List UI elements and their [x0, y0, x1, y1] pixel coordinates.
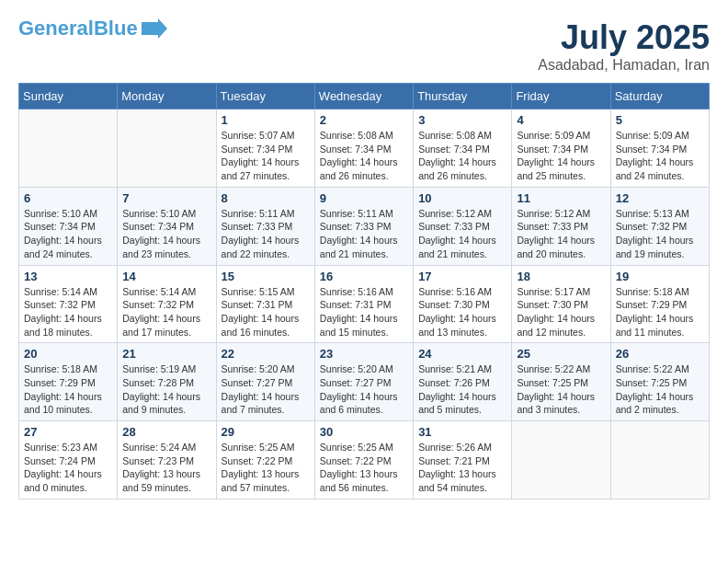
calendar-cell: 4 Sunrise: 5:09 AM Sunset: 7:34 PM Dayli…: [512, 109, 610, 188]
daylight: Daylight: 13 hours and 56 minutes.: [320, 468, 398, 493]
daylight: Daylight: 14 hours and 6 minutes.: [320, 391, 398, 416]
sunrise: Sunrise: 5:14 AM: [24, 286, 97, 297]
sunrise: Sunrise: 5:22 AM: [616, 363, 689, 374]
page-header: GeneralBlue July 2025 Asadabad, Hamadan,…: [18, 18, 710, 74]
calendar-cell: 29 Sunrise: 5:25 AM Sunset: 7:22 PM Dayl…: [216, 421, 314, 500]
day-number: 1: [222, 113, 310, 127]
logo-arrow-icon: [142, 18, 167, 39]
calendar-cell: 23 Sunrise: 5:20 AM Sunset: 7:27 PM Dayl…: [314, 343, 413, 421]
day-number: 31: [418, 425, 506, 439]
daylight: Daylight: 14 hours and 25 minutes.: [517, 156, 595, 181]
daylight: Daylight: 13 hours and 57 minutes.: [222, 468, 300, 493]
day-info: Sunrise: 5:22 AM Sunset: 7:25 PM Dayligh…: [616, 362, 704, 417]
day-info: Sunrise: 5:14 AM Sunset: 7:32 PM Dayligh…: [122, 285, 210, 339]
calendar-cell: 15 Sunrise: 5:15 AM Sunset: 7:31 PM Dayl…: [216, 265, 314, 343]
day-number: 14: [122, 270, 210, 283]
day-number: 16: [320, 270, 408, 283]
daylight: Daylight: 14 hours and 0 minutes.: [24, 468, 102, 493]
day-number: 27: [24, 425, 112, 439]
sunset: Sunset: 7:34 PM: [616, 144, 688, 155]
svg-marker-0: [142, 18, 167, 39]
weekday-saturday: Saturday: [610, 84, 709, 109]
week-row-5: 27 Sunrise: 5:23 AM Sunset: 7:24 PM Dayl…: [19, 421, 710, 500]
sunset: Sunset: 7:30 PM: [517, 299, 588, 310]
calendar-cell: 11 Sunrise: 5:12 AM Sunset: 7:33 PM Dayl…: [512, 187, 610, 265]
sunrise: Sunrise: 5:09 AM: [517, 130, 590, 141]
calendar-cell: 7 Sunrise: 5:10 AM Sunset: 7:34 PM Dayli…: [118, 187, 216, 265]
daylight: Daylight: 14 hours and 16 minutes.: [222, 313, 300, 338]
sunset: Sunset: 7:34 PM: [418, 144, 490, 155]
day-number: 23: [320, 347, 408, 361]
sunrise: Sunrise: 5:18 AM: [616, 286, 689, 297]
day-info: Sunrise: 5:26 AM Sunset: 7:21 PM Dayligh…: [418, 441, 506, 495]
daylight: Daylight: 14 hours and 26 minutes.: [320, 156, 398, 181]
sunset: Sunset: 7:27 PM: [222, 377, 293, 388]
sunset: Sunset: 7:33 PM: [418, 221, 490, 232]
day-info: Sunrise: 5:22 AM Sunset: 7:25 PM Dayligh…: [517, 362, 605, 417]
sunset: Sunset: 7:32 PM: [24, 299, 96, 310]
day-number: 12: [616, 191, 704, 205]
daylight: Daylight: 14 hours and 9 minutes.: [122, 391, 200, 416]
daylight: Daylight: 14 hours and 12 minutes.: [517, 313, 595, 338]
sunrise: Sunrise: 5:11 AM: [320, 208, 393, 219]
sunset: Sunset: 7:31 PM: [320, 299, 392, 310]
sunset: Sunset: 7:23 PM: [122, 455, 194, 466]
sunset: Sunset: 7:32 PM: [616, 221, 688, 232]
calendar-cell: 18 Sunrise: 5:17 AM Sunset: 7:30 PM Dayl…: [512, 265, 610, 343]
day-number: 25: [517, 347, 605, 361]
title-area: July 2025 Asadabad, Hamadan, Iran: [538, 18, 710, 74]
day-info: Sunrise: 5:16 AM Sunset: 7:30 PM Dayligh…: [418, 285, 506, 339]
weekday-header-row: SundayMondayTuesdayWednesdayThursdayFrid…: [19, 84, 710, 109]
sunrise: Sunrise: 5:12 AM: [418, 208, 492, 219]
sunset: Sunset: 7:34 PM: [24, 221, 96, 232]
day-info: Sunrise: 5:07 AM Sunset: 7:34 PM Dayligh…: [222, 129, 310, 183]
sunset: Sunset: 7:34 PM: [222, 144, 293, 155]
calendar-cell: 28 Sunrise: 5:24 AM Sunset: 7:23 PM Dayl…: [118, 421, 216, 500]
calendar-cell: 2 Sunrise: 5:08 AM Sunset: 7:34 PM Dayli…: [314, 109, 413, 188]
sunrise: Sunrise: 5:14 AM: [122, 286, 196, 297]
day-number: 26: [616, 347, 704, 361]
sunset: Sunset: 7:34 PM: [122, 221, 194, 232]
calendar-cell: 5 Sunrise: 5:09 AM Sunset: 7:34 PM Dayli…: [610, 109, 709, 188]
calendar-cell: [512, 421, 610, 500]
week-row-1: 1 Sunrise: 5:07 AM Sunset: 7:34 PM Dayli…: [19, 109, 710, 188]
daylight: Daylight: 14 hours and 24 minutes.: [24, 235, 102, 259]
day-info: Sunrise: 5:24 AM Sunset: 7:23 PM Dayligh…: [122, 441, 210, 495]
sunrise: Sunrise: 5:09 AM: [616, 130, 689, 141]
calendar-cell: [118, 109, 216, 188]
calendar-cell: 19 Sunrise: 5:18 AM Sunset: 7:29 PM Dayl…: [610, 265, 709, 343]
day-info: Sunrise: 5:16 AM Sunset: 7:31 PM Dayligh…: [320, 285, 408, 339]
daylight: Daylight: 14 hours and 7 minutes.: [222, 391, 300, 416]
logo: GeneralBlue: [18, 18, 167, 39]
day-number: 8: [222, 191, 310, 205]
daylight: Daylight: 14 hours and 24 minutes.: [616, 156, 694, 181]
sunrise: Sunrise: 5:11 AM: [222, 208, 295, 219]
sunset: Sunset: 7:30 PM: [418, 299, 490, 310]
daylight: Daylight: 14 hours and 3 minutes.: [517, 391, 595, 416]
sunset: Sunset: 7:27 PM: [320, 377, 392, 388]
daylight: Daylight: 14 hours and 21 minutes.: [418, 235, 496, 259]
sunset: Sunset: 7:28 PM: [122, 377, 194, 388]
day-info: Sunrise: 5:25 AM Sunset: 7:22 PM Dayligh…: [222, 441, 310, 495]
day-info: Sunrise: 5:13 AM Sunset: 7:32 PM Dayligh…: [616, 207, 704, 261]
daylight: Daylight: 14 hours and 13 minutes.: [418, 313, 496, 338]
sunset: Sunset: 7:21 PM: [418, 455, 490, 466]
sunset: Sunset: 7:22 PM: [320, 455, 392, 466]
day-info: Sunrise: 5:18 AM Sunset: 7:29 PM Dayligh…: [616, 285, 704, 339]
day-number: 10: [418, 191, 506, 205]
calendar-cell: 6 Sunrise: 5:10 AM Sunset: 7:34 PM Dayli…: [19, 187, 118, 265]
sunset: Sunset: 7:25 PM: [616, 377, 688, 388]
day-number: 22: [222, 347, 310, 361]
sunrise: Sunrise: 5:07 AM: [222, 130, 295, 141]
logo-blue: Blue: [94, 17, 138, 40]
sunset: Sunset: 7:31 PM: [222, 299, 293, 310]
location: Asadabad, Hamadan, Iran: [538, 57, 710, 74]
month-title: July 2025: [538, 18, 710, 57]
daylight: Daylight: 14 hours and 10 minutes.: [24, 391, 102, 416]
calendar-cell: 21 Sunrise: 5:19 AM Sunset: 7:28 PM Dayl…: [118, 343, 216, 421]
day-info: Sunrise: 5:11 AM Sunset: 7:33 PM Dayligh…: [222, 207, 310, 261]
day-number: 21: [122, 347, 210, 361]
sunset: Sunset: 7:22 PM: [222, 455, 293, 466]
daylight: Daylight: 14 hours and 19 minutes.: [616, 235, 694, 259]
sunrise: Sunrise: 5:15 AM: [222, 286, 295, 297]
